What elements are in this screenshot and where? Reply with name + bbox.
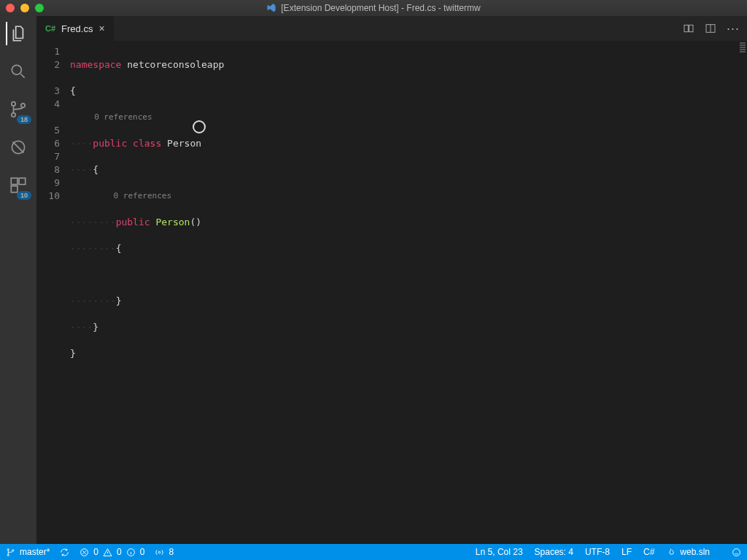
line-number: 8 (36, 163, 60, 176)
feedback-icon[interactable] (732, 548, 741, 557)
language-status[interactable]: C# (643, 547, 654, 557)
svg-point-3 (21, 104, 25, 107)
code-content[interactable]: namespace netcoreconsoleapp { 0 referenc… (70, 41, 224, 544)
zoom-window-button[interactable] (35, 4, 44, 12)
window-controls (6, 4, 44, 12)
debug-activity[interactable] (7, 136, 30, 159)
scm-badge: 18 (17, 115, 31, 124)
lang-badge: C# (45, 24, 55, 33)
minimize-window-button[interactable] (20, 4, 29, 12)
sync-status[interactable] (60, 548, 69, 557)
explorer-activity[interactable] (6, 22, 29, 45)
overview-ruler[interactable] (738, 41, 747, 544)
eol-status[interactable]: LF (622, 547, 632, 557)
branch-icon (6, 548, 15, 557)
extensions-activity[interactable]: 10 (7, 174, 30, 197)
flame-icon (666, 548, 676, 557)
git-branch-status[interactable]: master* (6, 547, 50, 557)
vscode-window: [Extension Development Host] - Fred.cs -… (0, 0, 747, 560)
line-number: 6 (36, 137, 60, 150)
encoding-status[interactable]: UTF-8 (585, 547, 610, 557)
sync-icon (60, 548, 69, 557)
close-tab-button[interactable]: × (98, 23, 104, 34)
vscode-icon (266, 3, 276, 13)
tab-bar: C# Fred.cs × ··· (36, 16, 747, 41)
search-activity[interactable] (7, 60, 30, 83)
info-icon (126, 548, 136, 557)
bug-icon (9, 138, 28, 157)
line-number: 10 (36, 190, 60, 203)
broadcast-icon (155, 548, 164, 557)
editor-area: C# Fred.cs × ··· 1 2 3 4 (36, 16, 747, 544)
svg-point-1 (12, 102, 15, 106)
svg-point-16 (159, 551, 161, 553)
activity-bar: 18 10 (0, 16, 36, 544)
gutter: 1 2 3 4 5 6 7 8 9 10 (36, 41, 70, 544)
svg-point-13 (12, 549, 14, 551)
line-number: 2 (36, 58, 60, 71)
line-number: 3 (36, 85, 60, 98)
svg-point-12 (7, 554, 9, 556)
solution-status[interactable]: web.sln (666, 547, 710, 557)
codelens-references[interactable]: 0 references (114, 191, 171, 201)
line-number: 7 (36, 150, 60, 163)
svg-point-0 (12, 65, 21, 74)
svg-rect-5 (11, 178, 18, 184)
svg-rect-7 (11, 186, 18, 192)
status-bar: master* 0 0 0 8 Ln 5, Col 23 Spaces: 4 U… (0, 544, 747, 560)
tab-actions: ··· (683, 16, 747, 41)
svg-point-11 (7, 548, 9, 550)
files-icon (9, 24, 28, 43)
problems-status[interactable]: 0 0 0 (80, 547, 144, 557)
indentation-status[interactable]: Spaces: 4 (535, 547, 573, 557)
svg-rect-8 (684, 25, 688, 31)
svg-rect-9 (689, 25, 693, 31)
svg-point-2 (12, 113, 15, 117)
line-number: 5 (36, 124, 60, 137)
titlebar[interactable]: [Extension Development Host] - Fred.cs -… (0, 0, 747, 16)
code-editor[interactable]: 1 2 3 4 5 6 7 8 9 10 namespace netcoreco… (36, 41, 747, 544)
window-title: [Extension Development Host] - Fred.cs -… (266, 3, 480, 13)
warning-icon (103, 548, 112, 557)
extensions-badge: 10 (17, 191, 31, 200)
scm-activity[interactable]: 18 (7, 98, 30, 121)
file-tab[interactable]: C# Fred.cs × (36, 16, 115, 41)
line-number: 9 (36, 176, 60, 190)
more-actions-button[interactable]: ··· (727, 21, 740, 36)
messages-status[interactable]: 8 (155, 547, 174, 557)
split-editor-icon[interactable] (705, 23, 716, 34)
error-icon (80, 548, 89, 557)
codelens-references[interactable]: 0 references (94, 112, 152, 122)
tab-filename: Fred.cs (61, 23, 93, 34)
svg-rect-6 (19, 178, 26, 184)
close-window-button[interactable] (6, 4, 15, 12)
search-icon (9, 62, 28, 81)
compare-icon[interactable] (683, 23, 694, 34)
svg-point-17 (733, 548, 740, 556)
cursor-position-status[interactable]: Ln 5, Col 23 (476, 547, 523, 557)
line-number: 1 (36, 45, 60, 58)
line-number: 4 (36, 98, 60, 111)
